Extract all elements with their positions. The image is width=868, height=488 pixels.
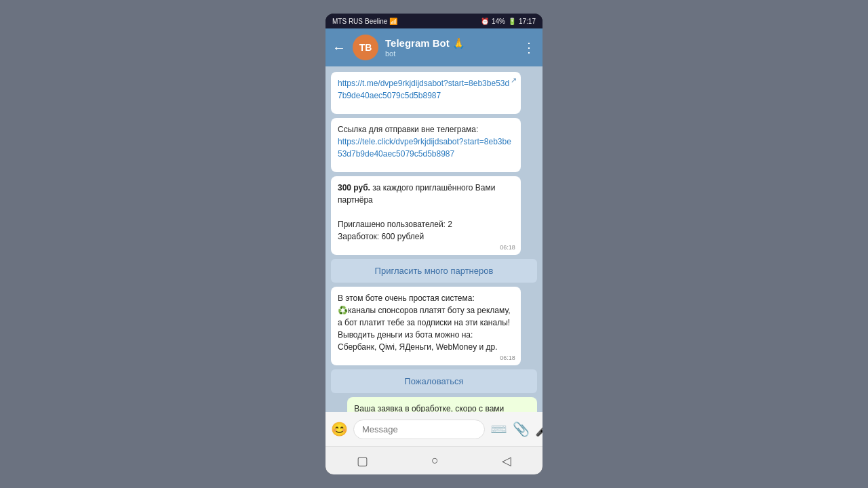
operator-name2: Beeline [365,18,387,25]
chat-subtitle: bot [385,49,515,58]
message-text-prefix: Ссылка для отправки вне телеграма: [338,125,478,134]
back-button[interactable]: ← [332,40,346,56]
chat-area: ↗ https://t.me/dvpe9rkjdijdsabot?start=8… [326,66,542,412]
title-block: Telegram Bot 🙏 bot [385,37,515,58]
message-bubble: В этом боте очень простая система: ♻️кан… [331,287,521,365]
phone-frame: MTS RUS Beeline 📶 ⏰ 14% 🔋 17:17 ← TB Tel… [326,14,542,474]
invite-partners-button[interactable]: Пригласить много партнеров [331,259,537,283]
message-bubble: Ссылка для отправки вне телеграма: https… [331,118,521,172]
operator-name: MTS RUS [332,18,363,25]
alarm-icon: ⏰ [481,18,489,25]
user-message-text: Ваша заявка в обработке, скоро с вами св… [354,404,504,412]
message-time: 06:18 [500,243,515,253]
square-button[interactable]: ▢ [357,453,368,468]
message-bubble: ↗ https://t.me/dvpe9rkjdijdsabot?start=8… [331,72,521,114]
back-nav-button[interactable]: ◁ [502,453,511,468]
earnings-text: 300 руб. за каждого приглашённого Вами п… [338,183,495,241]
complain-button[interactable]: Пожаловаться [331,369,537,393]
message-time: 06:18 [500,354,515,363]
chat-header: ← TB Telegram Bot 🙏 bot ⋮ [326,28,542,66]
message-bubble: 300 руб. за каждого приглашённого Вами п… [331,176,521,255]
keyboard-button[interactable]: ⌨️ [490,421,507,437]
referral-link-1[interactable]: https://t.me/dvpe9rkjdijdsabot?start=8eb… [338,79,509,100]
user-message: Ваша заявка в обработке, скоро с вами св… [347,397,537,412]
attach-button[interactable]: 📎 [513,421,530,437]
signal-icon: 📶 [389,18,397,25]
bot-description-text: В этом боте очень простая система: ♻️кан… [338,293,511,352]
status-right: ⏰ 14% 🔋 17:17 [481,18,536,25]
message-input[interactable] [353,420,485,439]
forward-icon: ↗ [511,75,517,86]
menu-button[interactable]: ⋮ [522,39,536,56]
chat-title: Telegram Bot 🙏 [385,37,515,49]
status-left: MTS RUS Beeline 📶 [332,18,397,25]
home-button[interactable]: ○ [431,453,439,468]
nav-bar: ▢ ○ ◁ [326,446,542,474]
battery-icon: 🔋 [508,18,516,25]
status-bar: MTS RUS Beeline 📶 ⏰ 14% 🔋 17:17 [326,14,542,28]
avatar: TB [353,35,378,60]
clock-display: 17:17 [519,18,536,25]
emoji-button[interactable]: 😊 [331,421,348,437]
battery-level: 14% [492,18,505,25]
input-bar: 😊 ⌨️ 📎 🎤 [326,412,542,446]
referral-link-2[interactable]: https://tele.click/dvpe9rkjdijdsabot?sta… [338,137,511,159]
mic-button[interactable]: 🎤 [535,421,542,437]
